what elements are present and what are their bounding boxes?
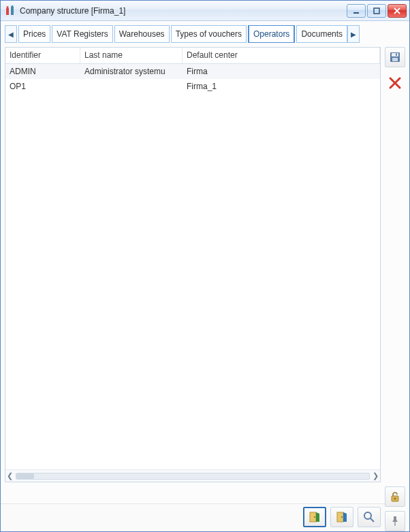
svg-rect-20 xyxy=(394,522,395,526)
svg-line-17 xyxy=(370,518,374,522)
unlock-icon xyxy=(389,491,401,503)
svg-rect-4 xyxy=(353,12,359,14)
pin-icon xyxy=(390,516,400,527)
svg-point-19 xyxy=(394,498,396,499)
door-open-alt-icon xyxy=(335,511,349,523)
save-button[interactable] xyxy=(385,47,405,67)
maximize-button[interactable] xyxy=(367,4,386,18)
operators-grid: Identifier Last name Default center ADMI… xyxy=(5,47,381,482)
tab-scroll-left[interactable]: ◀ xyxy=(5,25,17,43)
tab-label: Prices xyxy=(23,29,46,39)
grid-body[interactable]: ADMINAdministrator systemuFirmaOP1Firma_… xyxy=(5,64,380,469)
scroll-right-arrow[interactable]: ❯ xyxy=(373,471,379,480)
tab-label: Types of vouchers xyxy=(176,29,242,39)
tab-label: Operators xyxy=(253,29,289,39)
side-bottom-toolbar xyxy=(385,486,409,531)
tab-label: VAT Registers xyxy=(57,29,108,39)
bottom-toolbar xyxy=(1,503,385,531)
cell-default-center: Firma_1 xyxy=(183,82,380,91)
svg-point-12 xyxy=(314,516,315,518)
tab-scroll-right[interactable]: ▶ xyxy=(347,25,360,43)
tab-operators[interactable]: Operators xyxy=(248,25,295,43)
tab-label: Documents xyxy=(301,29,343,39)
floppy-icon xyxy=(389,51,401,63)
titlebar[interactable]: Company structure [Firma_1] xyxy=(1,1,409,21)
grid-header: Identifier Last name Default center xyxy=(5,48,380,64)
tab-documents[interactable]: Documents xyxy=(296,25,347,43)
svg-rect-0 xyxy=(6,8,9,15)
scroll-left-arrow[interactable]: ❮ xyxy=(7,471,13,480)
minimize-button[interactable] xyxy=(347,4,366,18)
pin-button[interactable] xyxy=(385,511,405,531)
svg-rect-7 xyxy=(392,53,398,56)
cell-last-name: Administrator systemu xyxy=(80,67,183,76)
close-button[interactable] xyxy=(388,4,407,18)
svg-point-16 xyxy=(364,512,371,519)
tab-label: Warehouses xyxy=(119,29,165,39)
tab-prices[interactable]: Prices xyxy=(18,25,50,43)
tab-types-of-vouchers[interactable]: Types of vouchers xyxy=(171,25,247,43)
delete-x-icon xyxy=(388,76,402,90)
tab-vat-registers[interactable]: VAT Registers xyxy=(52,25,112,43)
svg-rect-1 xyxy=(11,7,14,15)
svg-marker-11 xyxy=(316,512,319,522)
cell-default-center: Firma xyxy=(183,67,380,76)
content-area: ◀ PricesVAT RegistersWarehousesTypes of … xyxy=(1,21,409,531)
svg-marker-14 xyxy=(343,512,347,522)
magnifier-icon xyxy=(363,511,375,523)
unlock-button[interactable] xyxy=(385,486,405,507)
horizontal-scrollbar[interactable]: ❮ ❯ xyxy=(5,469,380,482)
search-button[interactable] xyxy=(358,507,381,527)
svg-point-15 xyxy=(341,516,343,518)
side-toolbar xyxy=(385,47,405,482)
column-header-default-center[interactable]: Default center xyxy=(183,48,380,63)
open-primary-button[interactable] xyxy=(303,507,326,527)
window-controls xyxy=(347,4,407,18)
cell-identifier: OP1 xyxy=(5,82,80,91)
window-frame: Company structure [Firma_1] ◀ PricesVAT … xyxy=(0,0,410,532)
app-icon xyxy=(5,5,16,16)
cell-identifier: ADMIN xyxy=(5,67,80,76)
svg-rect-8 xyxy=(392,58,398,61)
delete-button[interactable] xyxy=(385,73,405,93)
open-secondary-button[interactable] xyxy=(330,507,353,527)
window-title: Company structure [Firma_1] xyxy=(20,6,347,16)
column-header-identifier[interactable]: Identifier xyxy=(5,48,80,63)
svg-rect-9 xyxy=(396,54,397,56)
table-row[interactable]: OP1Firma_1 xyxy=(5,79,380,94)
svg-rect-5 xyxy=(374,8,379,14)
tab-warehouses[interactable]: Warehouses xyxy=(114,25,170,43)
table-row[interactable]: ADMINAdministrator systemuFirma xyxy=(5,64,380,79)
svg-point-2 xyxy=(6,5,8,7)
scroll-thumb[interactable] xyxy=(16,473,370,480)
column-header-last-name[interactable]: Last name xyxy=(80,48,183,63)
door-open-icon xyxy=(308,511,321,523)
tab-strip: ◀ PricesVAT RegistersWarehousesTypes of … xyxy=(5,25,405,43)
